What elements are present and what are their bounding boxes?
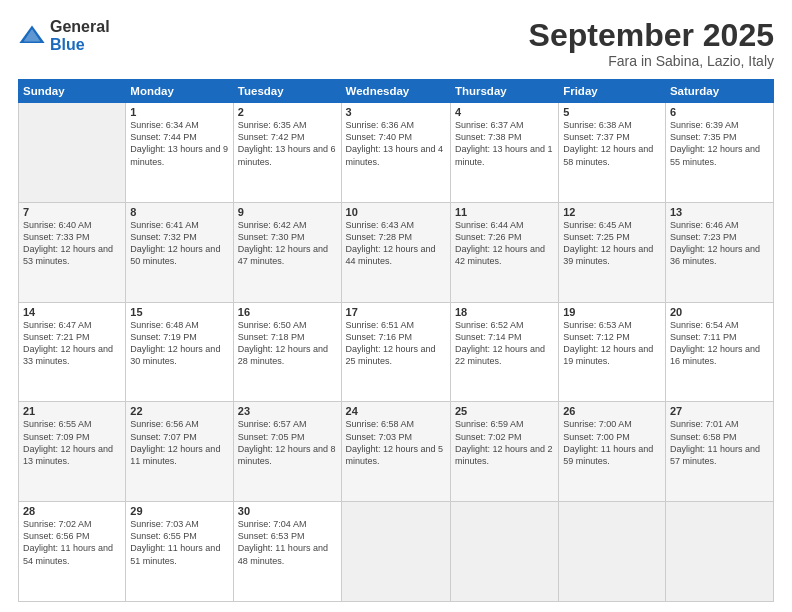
day-number: 2 bbox=[238, 106, 337, 118]
day-info: Sunrise: 6:37 AMSunset: 7:38 PMDaylight:… bbox=[455, 119, 554, 168]
logo-general: General bbox=[50, 18, 110, 36]
calendar-cell: 25Sunrise: 6:59 AMSunset: 7:02 PMDayligh… bbox=[450, 402, 558, 502]
day-number: 10 bbox=[346, 206, 446, 218]
day-info: Sunrise: 6:48 AMSunset: 7:19 PMDaylight:… bbox=[130, 319, 229, 368]
header-row: SundayMondayTuesdayWednesdayThursdayFrid… bbox=[19, 80, 774, 103]
calendar-cell: 23Sunrise: 6:57 AMSunset: 7:05 PMDayligh… bbox=[233, 402, 341, 502]
day-info: Sunrise: 6:52 AMSunset: 7:14 PMDaylight:… bbox=[455, 319, 554, 368]
calendar-cell: 26Sunrise: 7:00 AMSunset: 7:00 PMDayligh… bbox=[559, 402, 666, 502]
day-number: 26 bbox=[563, 405, 661, 417]
calendar-cell: 8Sunrise: 6:41 AMSunset: 7:32 PMDaylight… bbox=[126, 202, 234, 302]
day-info: Sunrise: 6:40 AMSunset: 7:33 PMDaylight:… bbox=[23, 219, 121, 268]
day-info: Sunrise: 6:51 AMSunset: 7:16 PMDaylight:… bbox=[346, 319, 446, 368]
day-info: Sunrise: 6:43 AMSunset: 7:28 PMDaylight:… bbox=[346, 219, 446, 268]
calendar-cell bbox=[559, 502, 666, 602]
calendar-cell: 10Sunrise: 6:43 AMSunset: 7:28 PMDayligh… bbox=[341, 202, 450, 302]
day-number: 12 bbox=[563, 206, 661, 218]
calendar-cell: 11Sunrise: 6:44 AMSunset: 7:26 PMDayligh… bbox=[450, 202, 558, 302]
day-info: Sunrise: 7:03 AMSunset: 6:55 PMDaylight:… bbox=[130, 518, 229, 567]
day-number: 1 bbox=[130, 106, 229, 118]
day-info: Sunrise: 6:42 AMSunset: 7:30 PMDaylight:… bbox=[238, 219, 337, 268]
day-number: 3 bbox=[346, 106, 446, 118]
calendar-cell: 20Sunrise: 6:54 AMSunset: 7:11 PMDayligh… bbox=[665, 302, 773, 402]
day-info: Sunrise: 6:45 AMSunset: 7:25 PMDaylight:… bbox=[563, 219, 661, 268]
header: General Blue September 2025 Fara in Sabi… bbox=[18, 18, 774, 69]
day-number: 6 bbox=[670, 106, 769, 118]
day-number: 30 bbox=[238, 505, 337, 517]
calendar-cell: 12Sunrise: 6:45 AMSunset: 7:25 PMDayligh… bbox=[559, 202, 666, 302]
day-info: Sunrise: 6:35 AMSunset: 7:42 PMDaylight:… bbox=[238, 119, 337, 168]
day-number: 19 bbox=[563, 306, 661, 318]
day-info: Sunrise: 6:47 AMSunset: 7:21 PMDaylight:… bbox=[23, 319, 121, 368]
calendar-cell: 4Sunrise: 6:37 AMSunset: 7:38 PMDaylight… bbox=[450, 103, 558, 203]
day-info: Sunrise: 6:53 AMSunset: 7:12 PMDaylight:… bbox=[563, 319, 661, 368]
logo-text: General Blue bbox=[50, 18, 110, 53]
calendar-cell bbox=[450, 502, 558, 602]
calendar-cell: 24Sunrise: 6:58 AMSunset: 7:03 PMDayligh… bbox=[341, 402, 450, 502]
calendar-cell: 14Sunrise: 6:47 AMSunset: 7:21 PMDayligh… bbox=[19, 302, 126, 402]
calendar-cell: 30Sunrise: 7:04 AMSunset: 6:53 PMDayligh… bbox=[233, 502, 341, 602]
day-number: 17 bbox=[346, 306, 446, 318]
logo: General Blue bbox=[18, 18, 110, 53]
calendar-cell bbox=[341, 502, 450, 602]
calendar-cell bbox=[665, 502, 773, 602]
calendar-cell: 3Sunrise: 6:36 AMSunset: 7:40 PMDaylight… bbox=[341, 103, 450, 203]
day-info: Sunrise: 7:02 AMSunset: 6:56 PMDaylight:… bbox=[23, 518, 121, 567]
day-info: Sunrise: 7:01 AMSunset: 6:58 PMDaylight:… bbox=[670, 418, 769, 467]
calendar-cell: 9Sunrise: 6:42 AMSunset: 7:30 PMDaylight… bbox=[233, 202, 341, 302]
calendar-cell bbox=[19, 103, 126, 203]
day-info: Sunrise: 6:57 AMSunset: 7:05 PMDaylight:… bbox=[238, 418, 337, 467]
location-subtitle: Fara in Sabina, Lazio, Italy bbox=[529, 53, 774, 69]
day-number: 27 bbox=[670, 405, 769, 417]
day-number: 5 bbox=[563, 106, 661, 118]
day-number: 28 bbox=[23, 505, 121, 517]
day-info: Sunrise: 7:00 AMSunset: 7:00 PMDaylight:… bbox=[563, 418, 661, 467]
calendar-cell: 7Sunrise: 6:40 AMSunset: 7:33 PMDaylight… bbox=[19, 202, 126, 302]
calendar-cell: 1Sunrise: 6:34 AMSunset: 7:44 PMDaylight… bbox=[126, 103, 234, 203]
week-row-2: 7Sunrise: 6:40 AMSunset: 7:33 PMDaylight… bbox=[19, 202, 774, 302]
page: General Blue September 2025 Fara in Sabi… bbox=[0, 0, 792, 612]
calendar-cell: 29Sunrise: 7:03 AMSunset: 6:55 PMDayligh… bbox=[126, 502, 234, 602]
col-header-monday: Monday bbox=[126, 80, 234, 103]
calendar-cell: 22Sunrise: 6:56 AMSunset: 7:07 PMDayligh… bbox=[126, 402, 234, 502]
week-row-5: 28Sunrise: 7:02 AMSunset: 6:56 PMDayligh… bbox=[19, 502, 774, 602]
calendar-cell: 2Sunrise: 6:35 AMSunset: 7:42 PMDaylight… bbox=[233, 103, 341, 203]
day-info: Sunrise: 6:50 AMSunset: 7:18 PMDaylight:… bbox=[238, 319, 337, 368]
week-row-4: 21Sunrise: 6:55 AMSunset: 7:09 PMDayligh… bbox=[19, 402, 774, 502]
week-row-3: 14Sunrise: 6:47 AMSunset: 7:21 PMDayligh… bbox=[19, 302, 774, 402]
calendar-cell: 27Sunrise: 7:01 AMSunset: 6:58 PMDayligh… bbox=[665, 402, 773, 502]
col-header-sunday: Sunday bbox=[19, 80, 126, 103]
col-header-friday: Friday bbox=[559, 80, 666, 103]
day-info: Sunrise: 6:54 AMSunset: 7:11 PMDaylight:… bbox=[670, 319, 769, 368]
calendar-cell: 21Sunrise: 6:55 AMSunset: 7:09 PMDayligh… bbox=[19, 402, 126, 502]
day-info: Sunrise: 6:46 AMSunset: 7:23 PMDaylight:… bbox=[670, 219, 769, 268]
day-number: 24 bbox=[346, 405, 446, 417]
calendar-cell: 15Sunrise: 6:48 AMSunset: 7:19 PMDayligh… bbox=[126, 302, 234, 402]
day-info: Sunrise: 6:56 AMSunset: 7:07 PMDaylight:… bbox=[130, 418, 229, 467]
day-number: 9 bbox=[238, 206, 337, 218]
day-number: 15 bbox=[130, 306, 229, 318]
calendar-cell: 18Sunrise: 6:52 AMSunset: 7:14 PMDayligh… bbox=[450, 302, 558, 402]
day-number: 22 bbox=[130, 405, 229, 417]
calendar-cell: 17Sunrise: 6:51 AMSunset: 7:16 PMDayligh… bbox=[341, 302, 450, 402]
title-block: September 2025 Fara in Sabina, Lazio, It… bbox=[529, 18, 774, 69]
calendar-cell: 13Sunrise: 6:46 AMSunset: 7:23 PMDayligh… bbox=[665, 202, 773, 302]
week-row-1: 1Sunrise: 6:34 AMSunset: 7:44 PMDaylight… bbox=[19, 103, 774, 203]
day-number: 13 bbox=[670, 206, 769, 218]
day-info: Sunrise: 6:59 AMSunset: 7:02 PMDaylight:… bbox=[455, 418, 554, 467]
col-header-saturday: Saturday bbox=[665, 80, 773, 103]
day-number: 18 bbox=[455, 306, 554, 318]
col-header-wednesday: Wednesday bbox=[341, 80, 450, 103]
month-title: September 2025 bbox=[529, 18, 774, 53]
logo-icon bbox=[18, 22, 46, 50]
day-number: 8 bbox=[130, 206, 229, 218]
day-info: Sunrise: 6:39 AMSunset: 7:35 PMDaylight:… bbox=[670, 119, 769, 168]
day-number: 7 bbox=[23, 206, 121, 218]
calendar-cell: 5Sunrise: 6:38 AMSunset: 7:37 PMDaylight… bbox=[559, 103, 666, 203]
day-number: 20 bbox=[670, 306, 769, 318]
calendar-cell: 28Sunrise: 7:02 AMSunset: 6:56 PMDayligh… bbox=[19, 502, 126, 602]
day-info: Sunrise: 6:41 AMSunset: 7:32 PMDaylight:… bbox=[130, 219, 229, 268]
day-info: Sunrise: 7:04 AMSunset: 6:53 PMDaylight:… bbox=[238, 518, 337, 567]
day-number: 4 bbox=[455, 106, 554, 118]
day-number: 14 bbox=[23, 306, 121, 318]
